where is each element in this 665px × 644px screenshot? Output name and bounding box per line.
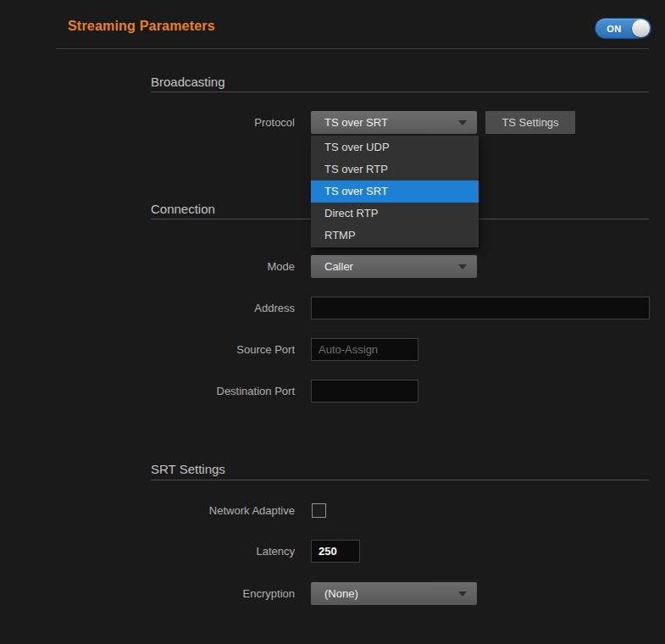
latency-input[interactable] [311, 540, 360, 563]
protocol-option-ts-over-srt[interactable]: TS over SRT [311, 180, 479, 203]
ts-settings-button[interactable]: TS Settings [485, 111, 575, 134]
source-port-input[interactable] [311, 338, 418, 361]
mode-select-value: Caller [324, 260, 353, 273]
mode-select[interactable]: Caller [311, 255, 477, 278]
network-adaptive-label: Network Adaptive [151, 499, 295, 522]
address-label: Address [151, 297, 295, 319]
mode-label: Mode [151, 255, 295, 278]
broadcasting-section-heading: Broadcasting [151, 75, 225, 89]
network-adaptive-checkbox[interactable] [312, 503, 326, 518]
encryption-select-value: (None) [324, 587, 358, 600]
protocol-dropdown-menu: TS over UDPTS over RTPTS over SRTDirect … [311, 136, 479, 247]
destination-port-label: Destination Port [151, 380, 295, 402]
chevron-down-icon [458, 264, 467, 269]
protocol-option-rtmp[interactable]: RTMP [311, 225, 479, 247]
protocol-select-value: TS over SRT [324, 116, 388, 129]
connection-section-heading: Connection [151, 202, 215, 216]
encryption-label: Encryption [151, 582, 295, 605]
header-divider [56, 48, 649, 49]
protocol-option-ts-over-rtp[interactable]: TS over RTP [311, 158, 479, 180]
streaming-enable-toggle[interactable]: ON [596, 19, 651, 38]
destination-port-input[interactable] [311, 380, 418, 402]
address-input[interactable] [311, 297, 650, 319]
page-title: Streaming Parameters [68, 19, 215, 34]
protocol-select[interactable]: TS over SRT [311, 111, 477, 134]
latency-label: Latency [151, 540, 295, 563]
srt-settings-section-heading: SRT Settings [151, 462, 225, 476]
encryption-select[interactable]: (None) [311, 582, 477, 605]
chevron-down-icon [458, 120, 467, 125]
chevron-down-icon [458, 591, 467, 597]
toggle-knob-icon[interactable] [632, 19, 650, 37]
protocol-option-direct-rtp[interactable]: Direct RTP [311, 203, 479, 225]
srt-settings-section-divider [151, 480, 649, 480]
protocol-label: Protocol [151, 111, 295, 134]
source-port-label: Source Port [151, 338, 295, 361]
toggle-on-label: ON [596, 19, 633, 38]
broadcasting-section-divider [151, 92, 649, 92]
protocol-option-ts-over-udp[interactable]: TS over UDP [311, 136, 479, 158]
